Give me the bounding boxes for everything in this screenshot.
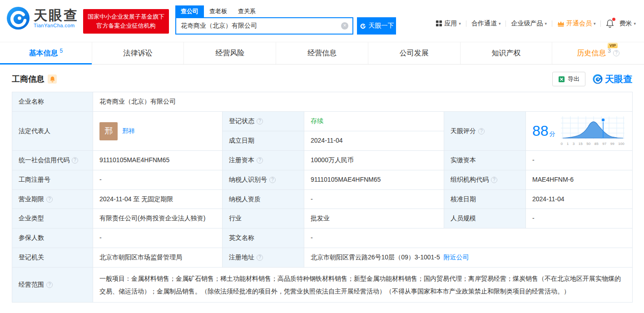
search-button[interactable]: 天眼一下 (357, 17, 396, 35)
taxpayer-no-value: 91110105MAE4HFNM65 (311, 176, 381, 183)
field-label: 企业类型 (19, 214, 44, 222)
field-label: 工商注册号 (19, 176, 50, 183)
field-label: 成立日期 (229, 137, 254, 144)
nav-apps[interactable]: 应用 ▾ (436, 20, 461, 28)
tab-history-info[interactable]: 历史信息 VIP 3 ? (552, 42, 644, 64)
help-icon[interactable]: ? (478, 128, 485, 134)
score-curve (561, 116, 624, 139)
nav-enterprise-products[interactable]: 企业级产品 ▾ (511, 20, 547, 28)
help-icon[interactable]: ? (257, 254, 263, 261)
taxpayer-quality-value: - (311, 195, 313, 203)
help-icon[interactable]: ? (72, 157, 78, 164)
field-label: 注册地址 (229, 253, 254, 261)
badge-line2: 官方备案企业征信机构 (88, 21, 164, 30)
search-tab-boss[interactable]: 查老板 (204, 5, 233, 17)
notification-red-dot (612, 18, 615, 21)
search-tab-relation[interactable]: 查关系 (233, 5, 261, 17)
field-label: 法定代表人 (19, 127, 50, 134)
company-name-value: 花奇商业（北京）有限公司 (99, 98, 176, 105)
field-label: 人员规模 (451, 214, 476, 222)
apps-grid-icon (436, 20, 442, 27)
help-icon[interactable]: ? (269, 177, 276, 183)
tab-operating-info[interactable]: 经营信息 (276, 42, 368, 64)
industry-value: 批发业 (311, 214, 330, 222)
nav-partner-channel[interactable]: 合作通道 ▾ (471, 20, 501, 28)
field-label: 企业名称 (19, 98, 44, 105)
help-icon[interactable]: ? (46, 282, 53, 288)
row-company-name: 企业名称 花奇商业（北京）有限公司 (12, 92, 633, 112)
export-button[interactable]: 导出 (552, 72, 585, 86)
search-area: 查公司 查老板 查关系 × 天眼一下 (175, 5, 396, 35)
tab-company-development[interactable]: 公司发展 (368, 42, 460, 64)
row-reg-authority: 登记机关 北京市朝阳区市场监督管理局 注册地址? 北京市朝阳区霄云路26号10层… (12, 248, 633, 267)
tab-count: 3 (608, 48, 611, 54)
field-label: 营业期限 (19, 195, 44, 203)
field-label: 注册资本 (229, 156, 254, 164)
help-icon[interactable]: ? (46, 196, 53, 203)
tab-count: 5 (60, 48, 63, 54)
chevron-down-icon: ▾ (545, 21, 547, 26)
company-type-value: 有限责任公司(外商投资企业法人独资) (99, 214, 205, 222)
field-label: 纳税人识别号 (229, 176, 267, 183)
business-info-table: 企业名称 花奇商业（北京）有限公司 法定代表人 邢 邢祥 登记状态? 存续 天眼… (12, 92, 633, 303)
row-reg-no: 工商注册号 - 纳税人识别号? 91110105MAE4HFNM65 组织机构代… (12, 170, 633, 190)
search-input[interactable] (176, 18, 352, 34)
score-unit: 分 (550, 130, 555, 137)
section-title: 工商信息 (12, 74, 45, 84)
company-detail-tabs: 基本信息 5 法律诉讼 经营风险 经营信息 公司发展 知识产权 历史信息 VIP… (0, 42, 644, 65)
help-icon[interactable]: ? (491, 177, 497, 183)
logo-text: 天眼查 (34, 8, 79, 23)
search-button-logo-icon (359, 22, 367, 30)
legal-rep-avatar[interactable]: 邢 (99, 122, 118, 140)
search-tab-company[interactable]: 查公司 (175, 5, 204, 17)
establish-date-value: 2024-11-04 (311, 137, 343, 144)
row-business-term: 营业期限? 2024-11-04 至 无固定期限 纳税人资质 - 核准日期 20… (12, 189, 633, 209)
credit-code-value: 91110105MAE4HFNM65 (99, 156, 169, 164)
tab-intellectual-property[interactable]: 知识产权 (460, 42, 552, 64)
business-scope-value: 一般项目：金属材料销售；金属矿石销售；稀土功能材料销售；高品质特种钢铁材料销售；… (99, 272, 626, 298)
row-legal-rep: 法定代表人 邢 邢祥 登记状态? 存续 天眼评分? 88分 (12, 111, 633, 131)
top-nav: 应用 ▾ 合作通道 ▾ 企业级产品 ▾ 开通会员 ▾ (436, 19, 636, 28)
insured-count-value: - (99, 234, 102, 241)
legal-rep-link[interactable]: 邢祥 (122, 126, 135, 136)
field-label: 天眼评分 (451, 127, 476, 134)
clear-search-icon[interactable]: × (341, 22, 348, 30)
business-term-value: 2024-11-04 至 无固定期限 (99, 195, 173, 203)
chevron-down-icon: ▾ (459, 21, 461, 26)
badge-line1: 国家中小企业发展子基金旗下 (88, 12, 164, 21)
row-company-type: 企业类型 有限责任公司(外商投资企业法人独资) 行业 批发业 人员规模 - (12, 209, 633, 229)
nearby-companies-link[interactable]: 附近公司 (444, 253, 469, 261)
reg-address-value: 北京市朝阳区霄云路26号10层（09）3-1001-5 (311, 253, 440, 261)
row-credit-code: 统一社会信用代码? 91110105MAE4HFNM65 注册资本? 10000… (12, 151, 633, 170)
field-label: 英文名称 (229, 234, 254, 241)
field-label: 纳税人资质 (229, 195, 261, 203)
nav-user-account[interactable]: 费米 ▾ (619, 20, 636, 28)
tab-legal-proceedings[interactable]: 法律诉讼 (92, 42, 184, 64)
chevron-down-icon: ▾ (634, 21, 636, 26)
search-box: × (175, 17, 353, 35)
nav-open-vip[interactable]: 开通会员 ▾ (557, 20, 596, 28)
tianyan-score[interactable]: 88分 0131550859799100 (532, 116, 626, 146)
notifications-bell-icon[interactable] (606, 19, 614, 28)
org-code-value: MAE4HFNM-6 (532, 176, 574, 183)
tianyancha-swirl-icon (6, 6, 30, 30)
tab-operating-risk[interactable]: 经营风险 (183, 42, 276, 64)
paid-capital-value: - (532, 156, 535, 164)
logo-domain: TianYanCha.com (34, 23, 79, 28)
help-icon[interactable]: ? (257, 157, 263, 164)
search-tabs: 查公司 查老板 查关系 (175, 5, 396, 17)
row-insured-count: 参保人数 - 英文名称 - (12, 229, 633, 248)
staff-size-value: - (532, 214, 535, 222)
reg-no-value: - (99, 176, 102, 183)
reg-authority-value: 北京市朝阳区市场监督管理局 (99, 253, 182, 261)
nav-separator (552, 20, 552, 27)
help-icon[interactable]: ? (257, 118, 263, 124)
tianyancha-logo[interactable]: 天眼查 TianYanCha.com (6, 6, 79, 30)
nav-separator (466, 20, 466, 27)
field-label: 组织机构代码 (451, 176, 489, 183)
tab-basic-info[interactable]: 基本信息 5 (0, 42, 92, 64)
score-distribution-chart: 0131550859799100 (561, 116, 624, 146)
subscribe-bell-icon[interactable] (48, 75, 57, 84)
help-icon[interactable]: ? (613, 50, 619, 56)
tianyancha-watermark-logo: 天眼查 (593, 73, 632, 85)
